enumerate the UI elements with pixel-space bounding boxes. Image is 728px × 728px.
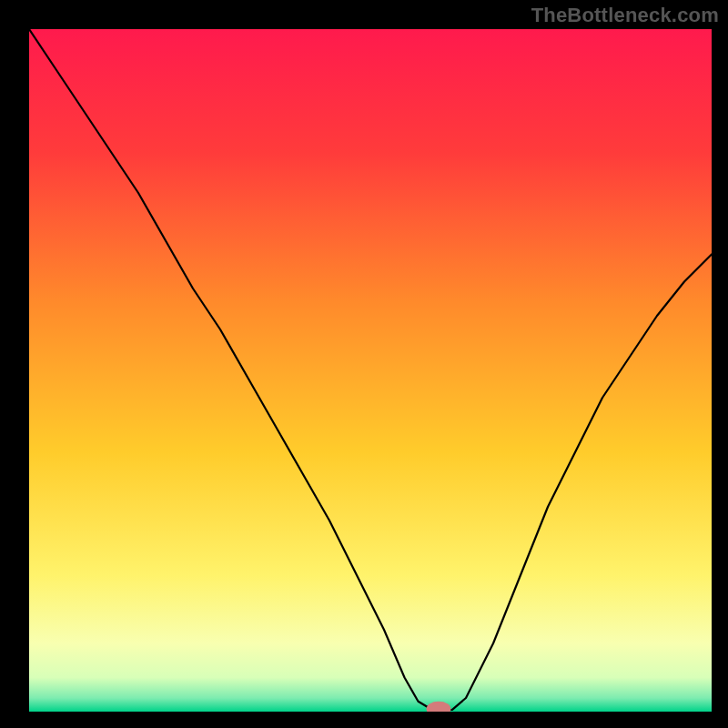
chart-frame: TheBottleneck.com [0,0,728,728]
gradient-background [29,29,712,712]
plot-area [29,29,712,712]
chart-svg [29,29,712,712]
watermark-text: TheBottleneck.com [531,4,719,27]
